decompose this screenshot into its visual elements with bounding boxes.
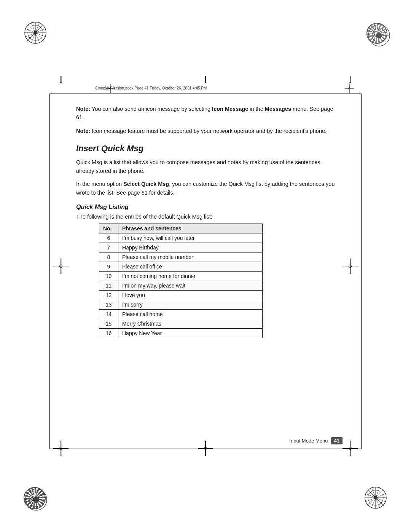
table-cell-phrase: I love you [118, 291, 263, 300]
crosshair-left-center [53, 259, 68, 274]
table-cell-no: 16 [99, 329, 118, 338]
table-cell-no: 12 [99, 291, 118, 300]
table-cell-phrase: Please call office [118, 262, 263, 272]
section-title: Insert Quick Msg [76, 144, 335, 153]
table-row: 9Please call office [99, 262, 263, 272]
crosshair-bottom-left [53, 441, 68, 456]
footer-label: Input Mode Menu [289, 438, 328, 444]
note-1-text: You can also send an icon message by sel… [92, 106, 212, 112]
border-right [361, 83, 362, 449]
table-cell-phrase: I’m sorry [118, 300, 263, 310]
table-cell-phrase: Happy New Year [118, 329, 263, 338]
table-intro: The following is the entries of the defa… [76, 214, 335, 220]
table-cell-no: 14 [99, 310, 118, 319]
table-cell-phrase: Merry Christmas [118, 319, 263, 329]
table-cell-phrase: I’m busy now, will call you later [118, 233, 263, 243]
select-quick-msg-bold: Select Quick Msg [123, 181, 169, 187]
table-row: 10I’m not coming home for dinner [99, 272, 263, 281]
table-header-row: No. Phrases and sentences [99, 224, 263, 233]
note-1-bold2: Messages [265, 106, 291, 112]
table-row: 12I love you [99, 291, 263, 300]
table-cell-no: 15 [99, 319, 118, 329]
subsection-title: Quick Msg Listing [76, 204, 335, 211]
table-cell-no: 11 [99, 281, 118, 291]
table-cell-no: 13 [99, 300, 118, 310]
table-cell-no: 8 [99, 252, 118, 262]
col-header-phrases: Phrases and sentences [118, 224, 263, 233]
table-row: 15Merry Christmas [99, 319, 263, 329]
table-row: 7Happy Birthday [99, 243, 263, 252]
table-cell-phrase: Please call home [118, 310, 263, 319]
table-cell-phrase: I’m not coming home for dinner [118, 272, 263, 281]
table-cell-phrase: I’m on my way, please wait [118, 281, 263, 291]
circle-icon-top-right [366, 23, 387, 44]
crosshair-right-center [342, 259, 358, 274]
quick-msg-table: No. Phrases and sentences 6I’m busy now,… [99, 224, 263, 338]
header-bar: CompleteVersion.book Page 41 Friday, Oct… [49, 83, 362, 94]
table-cell-no: 7 [99, 243, 118, 252]
table-row: 11I’m on my way, please wait [99, 281, 263, 291]
note-1-bold: Icon Message [212, 106, 248, 112]
note-2-text: Icon message feature must be supported b… [92, 128, 327, 134]
col-header-no: No. [99, 224, 118, 233]
table-cell-no: 10 [99, 272, 118, 281]
table-cell-no: 9 [99, 262, 118, 272]
table-row: 14Please call home [99, 310, 263, 319]
note-1: Note: You can also send an icon message … [76, 105, 335, 122]
table-body: 6I’m busy now, will call you later7Happy… [99, 233, 263, 338]
table-row: 8Please call my mobile number [99, 252, 263, 262]
circle-icon-bottom-left [24, 487, 46, 509]
footer: Input Mode Menu 41 [68, 437, 342, 444]
table-row: 13I’m sorry [99, 300, 263, 310]
note-2-label: Note: [76, 128, 90, 134]
table-row: 6I’m busy now, will call you later [99, 233, 263, 243]
footer-page: 41 [331, 437, 342, 444]
table-cell-no: 6 [99, 233, 118, 243]
table-cell-phrase: Happy Birthday [118, 243, 263, 252]
gear-icon-bottom-right [364, 486, 387, 511]
table-row: 16Happy New Year [99, 329, 263, 338]
note-1-label: Note: [76, 106, 90, 112]
note-1-text2: in the [250, 106, 265, 112]
border-left [49, 83, 50, 449]
note-2: Note: Icon message feature must be suppo… [76, 127, 335, 136]
table-cell-phrase: Please call my mobile number [118, 252, 263, 262]
section-body-2: In the menu option Select Quick Msg, you… [76, 180, 335, 197]
section-body-1: Quick Msg is a list that allows you to c… [76, 158, 335, 175]
crosshair-bottom-right [342, 441, 358, 456]
gear-icon-top-left [24, 21, 47, 46]
main-content: Note: You can also send an icon message … [68, 94, 342, 449]
